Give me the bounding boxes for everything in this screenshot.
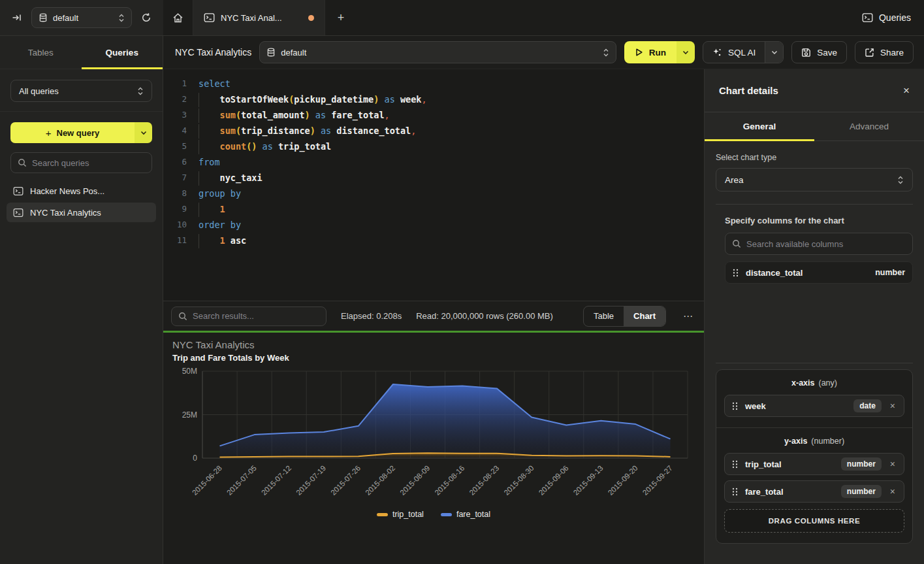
sidebar-tab-queries[interactable]: Queries bbox=[82, 36, 163, 69]
query-tab-nyc-taxi[interactable]: NYC Taxi Anal... bbox=[193, 0, 325, 35]
remove-column-button[interactable]: × bbox=[889, 486, 897, 497]
code-line[interactable]: 7nyc_taxi bbox=[163, 170, 704, 186]
column-type-badge: number bbox=[841, 457, 882, 471]
code-text: toStartOfWeek(pickup_datetime) as week, bbox=[199, 91, 427, 107]
code-line[interactable]: 111 asc bbox=[163, 233, 704, 248]
chevron-down-icon bbox=[771, 50, 778, 55]
new-tab-button[interactable]: + bbox=[325, 0, 357, 35]
legend-item-trip_total[interactable]: trip_total bbox=[377, 510, 424, 519]
queries-shortcut-button[interactable]: Queries bbox=[862, 12, 911, 23]
query-console-icon bbox=[13, 186, 24, 196]
chart-type-select[interactable]: Area bbox=[716, 168, 913, 191]
drag-columns-dropzone[interactable]: DRAG COLUMNS HERE bbox=[724, 509, 904, 533]
saved-query-label: NYC Taxi Analytics bbox=[30, 208, 101, 218]
queries-shortcut-label: Queries bbox=[879, 12, 911, 23]
legend-label: fare_total bbox=[456, 510, 490, 519]
results-search-input[interactable] bbox=[193, 311, 319, 321]
svg-text:2015-08-23: 2015-08-23 bbox=[468, 464, 500, 497]
remove-column-button[interactable]: × bbox=[889, 401, 897, 411]
close-icon: × bbox=[890, 459, 895, 469]
stepper-icon bbox=[897, 176, 904, 184]
columns-search-input[interactable] bbox=[746, 239, 906, 249]
sql-editor[interactable]: 1select2toStartOfWeek(pickup_datetime) a… bbox=[163, 69, 704, 301]
saved-query-item[interactable]: Hacker News Pos... bbox=[7, 181, 156, 201]
code-line[interactable]: 10order by bbox=[163, 217, 704, 233]
database-selector[interactable]: default bbox=[31, 7, 132, 28]
svg-text:2015-09-27: 2015-09-27 bbox=[641, 464, 674, 497]
code-text: count() as trip_total bbox=[199, 139, 331, 154]
code-line[interactable]: 2toStartOfWeek(pickup_datetime) as week, bbox=[163, 91, 704, 107]
sql-ai-label: SQL AI bbox=[728, 48, 756, 58]
sql-ai-options-button[interactable] bbox=[765, 42, 783, 63]
run-options-button[interactable] bbox=[677, 41, 695, 63]
code-line[interactable]: 91 bbox=[163, 201, 704, 217]
close-icon: × bbox=[890, 401, 895, 411]
new-query-button[interactable]: + New query bbox=[10, 122, 135, 143]
toolbar-database-value: default bbox=[281, 48, 597, 58]
code-text: 1 asc bbox=[199, 233, 246, 248]
code-line[interactable]: 5count() as trip_total bbox=[163, 139, 704, 154]
code-text: group by bbox=[199, 186, 241, 201]
legend-item-fare_total[interactable]: fare_total bbox=[441, 510, 490, 519]
chevron-down-icon bbox=[140, 131, 147, 135]
axis-type-hint: (any) bbox=[818, 378, 836, 388]
chevron-down-icon bbox=[682, 50, 689, 55]
svg-text:2015-08-02: 2015-08-02 bbox=[364, 464, 396, 497]
close-panel-button[interactable]: × bbox=[903, 84, 910, 97]
run-button[interactable]: Run bbox=[624, 41, 677, 63]
svg-text:2015-09-06: 2015-09-06 bbox=[537, 464, 570, 497]
svg-text:2015-07-12: 2015-07-12 bbox=[260, 464, 293, 497]
sidebar-tab-tables[interactable]: Tables bbox=[0, 36, 82, 69]
save-button[interactable]: Save bbox=[791, 41, 847, 63]
details-tab-general[interactable]: General bbox=[705, 112, 814, 141]
details-tab-advanced[interactable]: Advanced bbox=[814, 112, 924, 141]
axes-card: x-axis(any)weekdate× y-axis(number)trip_… bbox=[716, 369, 913, 544]
view-toggle-table[interactable]: Table bbox=[584, 307, 624, 326]
close-icon: × bbox=[903, 84, 910, 97]
available-column-distance_total[interactable]: distance_totalnumber bbox=[725, 261, 913, 284]
code-line[interactable]: 4sum(trip_distance) as distance_total, bbox=[163, 123, 704, 139]
svg-text:25M: 25M bbox=[182, 410, 197, 420]
refresh-button[interactable] bbox=[138, 10, 154, 25]
specify-columns-block: Specify columns for the chart distance_t… bbox=[725, 216, 913, 284]
refresh-icon bbox=[141, 12, 151, 23]
code-line[interactable]: 1select bbox=[163, 76, 704, 91]
view-toggle-chart[interactable]: Chart bbox=[624, 307, 665, 326]
drag-handle-icon[interactable] bbox=[733, 269, 739, 277]
home-button[interactable] bbox=[163, 0, 193, 35]
saved-query-item[interactable]: NYC Taxi Analytics bbox=[7, 203, 156, 222]
sql-ai-button[interactable]: SQL AI bbox=[703, 42, 765, 63]
indent-guide bbox=[199, 140, 220, 154]
code-text: sum(total_amount) as fare_total, bbox=[199, 107, 390, 123]
axis-column-week[interactable]: weekdate× bbox=[724, 395, 904, 417]
more-options-button[interactable]: ⋯ bbox=[680, 308, 696, 325]
chart-legend: trip_totalfare_total bbox=[172, 508, 695, 521]
query-search-input[interactable] bbox=[32, 158, 145, 168]
query-title: NYC Taxi Analytics bbox=[175, 47, 251, 58]
code-line[interactable]: 8group by bbox=[163, 186, 704, 201]
query-search-box bbox=[10, 152, 152, 173]
axis-column-fare_total[interactable]: fare_totalnumber× bbox=[724, 480, 904, 503]
run-split-button: Run bbox=[624, 41, 695, 63]
axis-column-trip_total[interactable]: trip_totalnumber× bbox=[724, 453, 904, 475]
collapse-sidebar-button[interactable] bbox=[9, 10, 25, 25]
svg-text:2015-07-05: 2015-07-05 bbox=[225, 464, 258, 497]
drag-handle-icon[interactable] bbox=[732, 402, 738, 410]
remove-column-button[interactable]: × bbox=[889, 459, 897, 469]
code-line[interactable]: 6from bbox=[163, 154, 704, 170]
columns-search-box bbox=[725, 233, 913, 255]
chart-type-label: Select chart type bbox=[716, 153, 913, 162]
plus-icon: + bbox=[46, 127, 52, 139]
save-icon bbox=[801, 48, 811, 58]
drag-handle-icon[interactable] bbox=[732, 460, 738, 469]
new-query-menu-button[interactable] bbox=[135, 122, 152, 143]
toolbar-database-selector[interactable]: default bbox=[259, 41, 616, 63]
code-text: order by bbox=[199, 217, 241, 233]
legend-label: trip_total bbox=[392, 510, 424, 519]
column-name: week bbox=[745, 401, 846, 411]
database-icon bbox=[266, 48, 276, 58]
query-filter-select[interactable]: All queries bbox=[10, 80, 152, 102]
drag-handle-icon[interactable] bbox=[732, 488, 738, 496]
code-line[interactable]: 3sum(total_amount) as fare_total, bbox=[163, 107, 704, 123]
share-button[interactable]: Share bbox=[855, 41, 914, 63]
